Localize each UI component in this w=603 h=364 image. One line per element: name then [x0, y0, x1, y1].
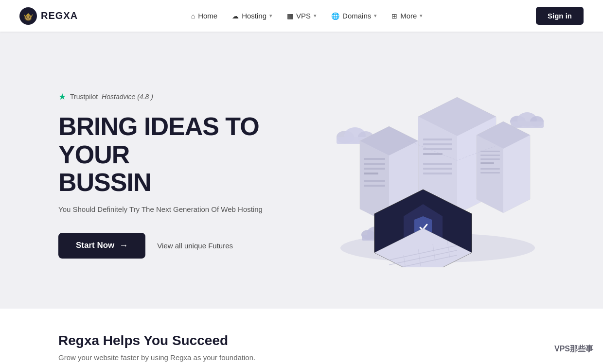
server-illustration [311, 83, 564, 267]
signin-button[interactable]: Sign in [536, 7, 584, 25]
svg-rect-21 [423, 139, 452, 140]
svg-marker-41 [503, 135, 530, 213]
arrow-right-icon: → [119, 241, 128, 251]
nav-hosting[interactable]: ☁ Hosting ▾ [226, 8, 278, 24]
nav-more-label: More [400, 12, 417, 20]
more-icon: ⊞ [391, 12, 397, 20]
svg-rect-22 [423, 143, 452, 145]
svg-marker-40 [477, 135, 503, 213]
nav-home-label: Home [198, 12, 217, 20]
svg-rect-25 [423, 163, 452, 165]
svg-rect-27 [423, 173, 452, 174]
svg-rect-32 [364, 158, 385, 160]
domains-chevron-icon: ▾ [374, 13, 377, 19]
svg-rect-35 [364, 173, 378, 174]
bottom-title: Regxa Helps You Succeed [58, 333, 545, 348]
svg-rect-37 [364, 185, 385, 187]
svg-rect-34 [364, 168, 385, 170]
hero-subtitle: You Should Definitely Try The Next Gener… [58, 204, 302, 215]
svg-rect-44 [480, 158, 500, 160]
svg-rect-43 [480, 155, 500, 156]
hero-content: ★ Trustpilot Hostadvice (4.8 ) BRING IDE… [58, 91, 302, 258]
svg-rect-26 [423, 168, 452, 170]
hero-title-line1: BRING IDEAS TO YOUR [58, 112, 259, 168]
trustpilot-badge: ★ Trustpilot Hostadvice (4.8 ) [58, 91, 302, 102]
svg-rect-47 [480, 172, 500, 173]
watermark: VPS那些事 [554, 344, 593, 354]
nav-domains-label: Domains [342, 12, 371, 20]
svg-point-4 [24, 15, 32, 21]
nav-links: ⌂ Home ☁ Hosting ▾ ▦ VPS ▾ 🌐 Domains ▾ ⊞… [185, 8, 429, 24]
start-now-button[interactable]: Start Now → [58, 233, 145, 259]
view-features-link[interactable]: View all unique Futures [157, 242, 233, 250]
nav-vps-label: VPS [296, 12, 311, 20]
trustpilot-label: Trustpilot [70, 93, 98, 101]
vps-chevron-icon: ▾ [314, 13, 317, 19]
home-icon: ⌂ [191, 12, 195, 20]
svg-rect-24 [423, 153, 443, 155]
lion-icon [19, 7, 37, 25]
brand-logo[interactable]: REGXA [19, 7, 78, 25]
svg-rect-33 [364, 163, 385, 165]
hero-title: BRING IDEAS TO YOUR BUSSIN [58, 113, 302, 196]
more-chevron-icon: ▾ [420, 13, 423, 19]
svg-rect-42 [480, 151, 500, 152]
hero-section: ★ Trustpilot Hostadvice (4.8 ) BRING IDE… [0, 32, 603, 309]
cloud-icon: ☁ [232, 12, 239, 20]
nav-hosting-label: Hosting [242, 12, 266, 20]
nav-domains[interactable]: 🌐 Domains ▾ [325, 8, 383, 24]
globe-icon: 🌐 [331, 12, 339, 20]
svg-rect-13 [511, 121, 544, 128]
svg-rect-46 [480, 168, 500, 170]
nav-more[interactable]: ⊞ More ▾ [386, 8, 428, 24]
hosting-chevron-icon: ▾ [269, 13, 272, 19]
hero-actions: Start Now → View all unique Futures [58, 233, 302, 259]
navbar: REGXA ⌂ Home ☁ Hosting ▾ ▦ VPS ▾ 🌐 Domai… [0, 0, 603, 32]
brand-name: REGXA [41, 10, 78, 21]
hero-title-line2: BUSSIN [58, 168, 151, 196]
nav-vps[interactable]: ▦ VPS ▾ [281, 8, 322, 24]
bottom-subtitle: Grow your website faster by using Regxa … [58, 353, 545, 362]
svg-rect-36 [364, 180, 385, 182]
server-icon: ▦ [287, 12, 293, 20]
start-now-label: Start Now [76, 241, 114, 250]
hostadvice-label: Hostadvice (4.8 ) [102, 93, 153, 101]
svg-rect-45 [480, 162, 494, 164]
star-icon: ★ [58, 91, 66, 102]
hero-illustration [302, 78, 574, 272]
nav-home[interactable]: ⌂ Home [185, 8, 223, 24]
bottom-section: Regxa Helps You Succeed Grow your websit… [0, 309, 603, 364]
